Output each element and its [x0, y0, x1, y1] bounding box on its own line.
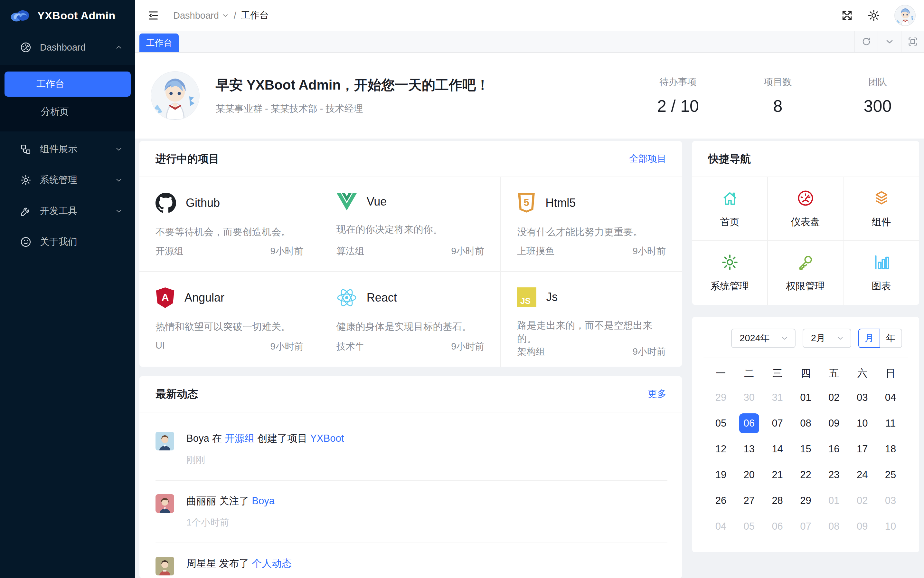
calendar-day[interactable]: 24 — [848, 462, 876, 488]
calendar-weekday: 四 — [792, 362, 820, 385]
month-select[interactable]: 2月 — [803, 329, 851, 348]
quick-nav-home[interactable]: 首页 — [692, 177, 768, 241]
calendar-day[interactable]: 08 — [820, 513, 848, 539]
news-link[interactable]: YXBoot — [310, 433, 344, 444]
quick-nav-permissions[interactable]: 权限管理 — [768, 241, 843, 305]
wrench-icon — [20, 205, 32, 217]
sidebar-item-devtools[interactable]: 开发工具 — [0, 198, 135, 224]
frame-icon[interactable] — [901, 31, 924, 52]
calendar-day[interactable]: 20 — [735, 462, 763, 488]
sidebar-item-system[interactable]: 系统管理 — [0, 167, 135, 193]
calendar-day[interactable]: 03 — [876, 488, 905, 513]
sidebar-item-about[interactable]: 关于我们 — [0, 229, 135, 255]
calendar-day[interactable]: 03 — [848, 385, 876, 411]
calendar-day[interactable]: 29 — [792, 488, 820, 513]
project-group: 上班摸鱼 — [517, 245, 554, 258]
quick-nav-dashboard[interactable]: 仪表盘 — [768, 177, 843, 241]
news-item[interactable]: 曲丽丽 关注了 Boya 1个小时前 — [155, 481, 667, 543]
year-select[interactable]: 2024年 — [731, 329, 796, 348]
quick-nav-label: 仪表盘 — [791, 216, 820, 229]
calendar-day[interactable]: 01 — [820, 488, 848, 513]
user-avatar[interactable] — [894, 5, 916, 26]
project-card-vue[interactable]: Vue 现在的你决定将来的你。 算法组 9小时前 — [320, 177, 501, 272]
mode-year-button[interactable]: 年 — [880, 329, 902, 348]
calendar-day[interactable]: 08 — [792, 411, 820, 436]
news-link[interactable]: 开源组 — [225, 433, 255, 444]
calendar-day[interactable]: 21 — [763, 462, 792, 488]
calendar-day[interactable]: 04 — [707, 513, 735, 539]
gear-icon — [721, 253, 739, 271]
project-card-react[interactable]: React 健康的身体是实现目标的基石。 技术牛 9小时前 — [320, 272, 501, 367]
calendar-day[interactable]: 09 — [848, 513, 876, 539]
calendar-day[interactable]: 23 — [820, 462, 848, 488]
calendar-day[interactable]: 12 — [707, 436, 735, 462]
projects-grid: Github 不要等待机会，而要创造机会。 开源组 9小时前 Vue — [139, 177, 682, 367]
settings-gear-icon[interactable] — [867, 9, 880, 22]
calendar-day[interactable]: 01 — [792, 385, 820, 411]
calendar-day[interactable]: 31 — [763, 385, 792, 411]
sidebar-collapse-button[interactable] — [146, 8, 160, 23]
calendar-day[interactable]: 13 — [735, 436, 763, 462]
calendar-day[interactable]: 30 — [735, 385, 763, 411]
app-logo[interactable]: YXBoot Admin — [0, 0, 135, 32]
calendar-day[interactable]: 15 — [792, 436, 820, 462]
calendar-day[interactable]: 26 — [707, 488, 735, 513]
calendar-day[interactable]: 18 — [876, 436, 905, 462]
quick-nav-components[interactable]: 组件 — [843, 177, 919, 241]
project-card-js[interactable]: Js 路是走出来的，而不是空想出来的。 架构组 9小时前 — [501, 272, 682, 367]
quick-nav-system[interactable]: 系统管理 — [692, 241, 768, 305]
calendar-day[interactable]: 27 — [735, 488, 763, 513]
tab-workbench[interactable]: 工作台 — [139, 34, 179, 52]
calendar-day[interactable]: 25 — [876, 462, 905, 488]
calendar-day[interactable]: 07 — [763, 411, 792, 436]
calendar-day[interactable]: 10 — [876, 513, 905, 539]
project-name: Js — [546, 290, 558, 304]
calendar-controls: 2024年 2月 月 年 — [707, 329, 905, 348]
month-select-value: 2月 — [811, 332, 825, 345]
calendar-day[interactable]: 06 — [735, 411, 763, 436]
calendar-day[interactable]: 02 — [848, 488, 876, 513]
calendar-day[interactable]: 19 — [707, 462, 735, 488]
all-projects-link[interactable]: 全部项目 — [629, 153, 667, 165]
breadcrumb-root[interactable]: Dashboard — [173, 10, 229, 21]
project-card-html5[interactable]: Html5 没有什么才能比努力更重要。 上班摸鱼 9小时前 — [501, 177, 682, 272]
news-item[interactable]: Boya 在 开源组 创建了项目 YXBoot 刚刚 — [155, 418, 667, 481]
sidebar-item-analysis[interactable]: 分析页 — [5, 99, 131, 124]
calendar-day[interactable]: 10 — [848, 411, 876, 436]
news-link[interactable]: 个人动态 — [252, 558, 292, 569]
calendar-day[interactable]: 05 — [707, 411, 735, 436]
calendar-day[interactable]: 09 — [820, 411, 848, 436]
calendar-day[interactable]: 28 — [763, 488, 792, 513]
calendar-day[interactable]: 06 — [763, 513, 792, 539]
calendar-day[interactable]: 11 — [876, 411, 905, 436]
sidebar-item-components[interactable]: 组件展示 — [0, 136, 135, 162]
chevron-down-icon[interactable] — [878, 31, 901, 52]
sidebar-item-dashboard[interactable]: Dashboard — [0, 34, 135, 60]
project-time: 9小时前 — [270, 340, 304, 353]
project-card-github[interactable]: Github 不要等待机会，而要创造机会。 开源组 9小时前 — [139, 177, 320, 272]
calendar-day[interactable]: 16 — [820, 436, 848, 462]
projects-card-header: 进行中的项目 全部项目 — [139, 141, 682, 177]
calendar-day[interactable]: 05 — [735, 513, 763, 539]
calendar-day[interactable]: 14 — [763, 436, 792, 462]
chevron-down-icon — [115, 176, 123, 184]
calendar-day[interactable]: 17 — [848, 436, 876, 462]
news-item[interactable]: 周星星 发布了 个人动态 1天前 — [155, 543, 667, 578]
fullscreen-icon[interactable] — [841, 9, 853, 21]
calendar-day[interactable]: 04 — [876, 385, 905, 411]
mode-month-button[interactable]: 月 — [858, 329, 880, 348]
quick-nav-charts[interactable]: 图表 — [843, 241, 919, 305]
calendar-day[interactable]: 29 — [707, 385, 735, 411]
news-link[interactable]: Boya — [252, 495, 275, 507]
reload-icon[interactable] — [854, 31, 878, 52]
calendar-day[interactable]: 02 — [820, 385, 848, 411]
sidebar-item-workbench[interactable]: 工作台 — [5, 71, 131, 97]
calendar-day[interactable]: 22 — [792, 462, 820, 488]
project-desc: 健康的身体是实现目标的基石。 — [337, 320, 484, 333]
github-icon — [155, 193, 176, 213]
project-card-angular[interactable]: Angular 热情和欲望可以突破一切难关。 UI 9小时前 — [139, 272, 320, 367]
calendar-day[interactable]: 07 — [792, 513, 820, 539]
quick-nav-header: 快捷导航 — [692, 141, 919, 177]
chevron-up-icon — [115, 43, 123, 52]
more-link[interactable]: 更多 — [648, 388, 667, 401]
